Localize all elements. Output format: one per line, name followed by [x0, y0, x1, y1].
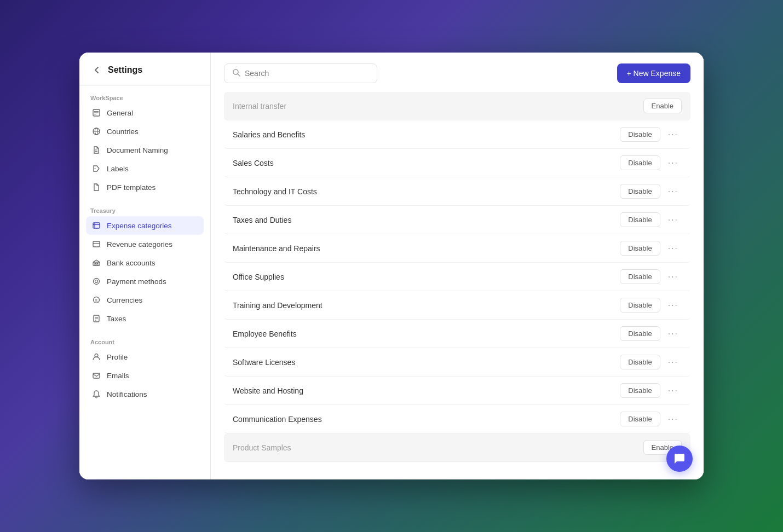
row-name-salaries-benefits: Salaries and Benefits	[233, 130, 305, 139]
sidebar-item-expense-categories[interactable]: Expense categories	[86, 216, 204, 235]
search-icon	[232, 68, 240, 78]
enable-button-internal-transfer[interactable]: Enable	[643, 99, 682, 113]
row-actions-communication-expenses: Disable···	[620, 412, 682, 426]
row-actions-software-licenses: Disable···	[620, 355, 682, 369]
row-actions-employee-benefits: Disable···	[620, 326, 682, 341]
more-button-salaries-benefits[interactable]: ···	[665, 129, 682, 141]
table-row: Sales CostsDisable···	[224, 149, 690, 177]
sidebar-item-general-label: General	[107, 109, 133, 117]
svg-point-19	[95, 280, 98, 283]
row-actions-salaries-benefits: Disable···	[620, 127, 682, 142]
sidebar-header: Settings	[79, 53, 210, 86]
row-name-employee-benefits: Employee Benefits	[233, 329, 297, 338]
disable-button-employee-benefits[interactable]: Disable	[620, 326, 660, 341]
toolbar: + New Expense	[211, 53, 704, 92]
sidebar-item-pdf-templates-label: PDF templates	[107, 183, 156, 192]
row-actions-maintenance-repairs: Disable···	[620, 241, 682, 256]
sidebar-item-profile[interactable]: Profile	[86, 348, 204, 366]
more-button-technology-it-costs[interactable]: ···	[665, 186, 682, 198]
sidebar-item-emails-label: Emails	[107, 372, 129, 380]
svg-rect-15	[93, 262, 100, 265]
table-row: Communication ExpensesDisable···	[224, 405, 690, 433]
row-name-website-hosting: Website and Hosting	[233, 386, 303, 395]
sidebar-item-taxes[interactable]: Taxes	[86, 309, 204, 328]
table-row: Taxes and DutiesDisable···	[224, 206, 690, 234]
table-row: Employee BenefitsDisable···	[224, 320, 690, 348]
table-row: Office SuppliesDisable···	[224, 263, 690, 291]
table-row: Website and HostingDisable···	[224, 377, 690, 405]
sidebar-item-profile-label: Profile	[107, 353, 128, 361]
payment-methods-icon	[91, 276, 101, 286]
row-actions-technology-it-costs: Disable···	[620, 184, 682, 199]
sidebar-item-pdf-templates[interactable]: PDF templates	[86, 178, 204, 196]
sidebar-item-countries[interactable]: Countries	[86, 122, 204, 141]
sidebar-item-currencies[interactable]: $ Currencies	[86, 291, 204, 309]
disable-button-salaries-benefits[interactable]: Disable	[620, 127, 660, 142]
document-naming-icon	[91, 145, 101, 155]
sidebar-item-countries-label: Countries	[107, 128, 139, 136]
disable-button-maintenance-repairs[interactable]: Disable	[620, 241, 660, 256]
more-button-office-supplies[interactable]: ···	[665, 271, 682, 283]
notifications-icon	[91, 389, 101, 399]
svg-text:$: $	[95, 298, 98, 303]
disable-button-taxes-duties[interactable]: Disable	[620, 212, 660, 227]
treasury-section: Treasury Expense categories	[79, 199, 210, 330]
sidebar-item-general[interactable]: General	[86, 103, 204, 122]
workspace-section-label: WorkSpace	[86, 95, 204, 101]
row-actions-internal-transfer: Enable	[643, 99, 682, 113]
row-actions-office-supplies: Disable···	[620, 269, 682, 284]
sidebar-item-labels[interactable]: Labels	[86, 159, 204, 178]
row-name-office-supplies: Office Supplies	[233, 273, 284, 281]
search-box[interactable]	[224, 63, 377, 83]
svg-point-9	[95, 168, 96, 169]
new-expense-button[interactable]: + New Expense	[617, 63, 690, 83]
disable-button-communication-expenses[interactable]: Disable	[620, 412, 660, 426]
treasury-section-label: Treasury	[86, 207, 204, 214]
more-button-sales-costs[interactable]: ···	[665, 157, 682, 169]
sidebar-item-bank-accounts[interactable]: Bank accounts	[86, 253, 204, 272]
svg-rect-16	[95, 264, 96, 265]
more-button-software-licenses[interactable]: ···	[665, 356, 682, 368]
row-name-internal-transfer: Internal transfer	[233, 102, 286, 111]
sidebar-item-payment-methods-label: Payment methods	[107, 277, 166, 286]
sidebar-item-notifications-label: Notifications	[107, 390, 147, 398]
more-button-communication-expenses[interactable]: ···	[665, 413, 682, 425]
table-row: Salaries and BenefitsDisable···	[224, 120, 690, 149]
table-row: Technology and IT CostsDisable···	[224, 177, 690, 206]
disable-button-technology-it-costs[interactable]: Disable	[620, 184, 660, 199]
sidebar-item-document-naming[interactable]: Document Naming	[86, 141, 204, 159]
pdf-templates-icon	[91, 182, 101, 192]
settings-window: Settings WorkSpace General	[79, 53, 704, 479]
disable-button-training-development[interactable]: Disable	[620, 298, 660, 313]
sidebar-item-notifications[interactable]: Notifications	[86, 385, 204, 403]
expense-table: Internal transferEnableSalaries and Bene…	[211, 92, 704, 479]
table-row: Internal transferEnable	[224, 92, 690, 120]
row-actions-sales-costs: Disable···	[620, 155, 682, 170]
table-row: Maintenance and RepairsDisable···	[224, 234, 690, 263]
labels-icon	[91, 164, 101, 174]
more-button-taxes-duties[interactable]: ···	[665, 214, 682, 226]
disable-button-software-licenses[interactable]: Disable	[620, 355, 660, 369]
profile-icon	[91, 352, 101, 362]
svg-rect-10	[93, 223, 100, 228]
disable-button-sales-costs[interactable]: Disable	[620, 155, 660, 170]
back-button[interactable]	[90, 63, 103, 77]
row-name-training-development: Training and Development	[233, 301, 323, 310]
more-button-website-hosting[interactable]: ···	[665, 385, 682, 397]
row-name-software-licenses: Software Licenses	[233, 358, 295, 367]
chat-fab-button[interactable]	[666, 446, 693, 472]
sidebar-item-payment-methods[interactable]: Payment methods	[86, 272, 204, 291]
more-button-training-development[interactable]: ···	[665, 299, 682, 311]
sidebar-item-emails[interactable]: Emails	[86, 366, 204, 385]
revenue-categories-icon	[91, 239, 101, 249]
more-button-employee-benefits[interactable]: ···	[665, 328, 682, 340]
svg-rect-17	[97, 264, 98, 265]
sidebar-item-revenue-categories[interactable]: Revenue categories	[86, 235, 204, 253]
disable-button-office-supplies[interactable]: Disable	[620, 269, 660, 284]
svg-rect-13	[93, 241, 100, 247]
sidebar-item-revenue-categories-label: Revenue categories	[107, 240, 172, 248]
search-input[interactable]	[245, 69, 369, 78]
more-button-maintenance-repairs[interactable]: ···	[665, 242, 682, 255]
sidebar: Settings WorkSpace General	[79, 53, 211, 479]
disable-button-website-hosting[interactable]: Disable	[620, 383, 660, 398]
